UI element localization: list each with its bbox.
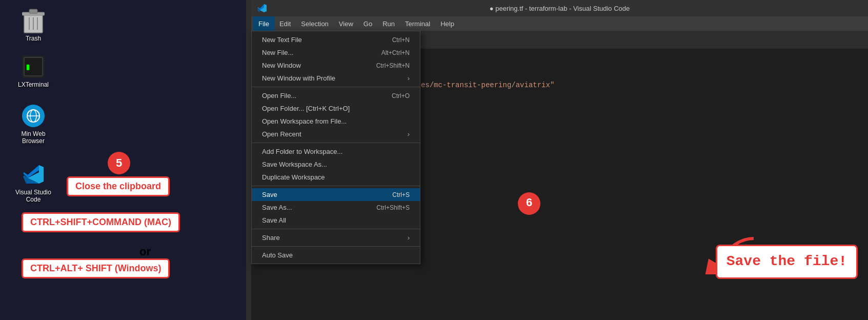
- desktop-icon-trash[interactable]: Trash: [10, 5, 56, 45]
- shortcut-mac-annotation: CTRL+SHIFT+COMMAND (MAC): [22, 212, 180, 232]
- menu-item-go[interactable]: Go: [358, 16, 377, 31]
- menu-row-new-window[interactable]: New Window Ctrl+Shift+N: [252, 59, 420, 72]
- file-dropdown-menu: New Text File Ctrl+N New File... Alt+Ctr…: [251, 31, 420, 264]
- shortcut-win-annotation: CTRL+ALT+ SHIFT (Windows): [22, 258, 170, 278]
- menu-row-save[interactable]: Save Ctrl+S: [252, 188, 420, 201]
- step-5-badge: 5: [108, 152, 130, 174]
- menu-section-new: New Text File Ctrl+N New File... Alt+Ctr…: [252, 31, 420, 87]
- menu-item-help[interactable]: Help: [435, 16, 459, 31]
- desktop-icon-lxterminal[interactable]: ▮ LXTerminal: [10, 51, 56, 91]
- vscode-menubar: File Edit Selection View Go Run Terminal…: [251, 16, 868, 31]
- menu-row-auto-save[interactable]: Auto Save: [252, 249, 420, 262]
- or-text: or: [139, 245, 151, 258]
- menu-item-file[interactable]: File: [253, 16, 274, 31]
- minweb-label: Min Web Browser: [13, 130, 53, 145]
- menu-row-save-workspace-as[interactable]: Save Workspace As...: [252, 158, 420, 171]
- desktop-icon-vscode[interactable]: Visual Studio Code: [10, 159, 56, 206]
- menu-row-new-window-profile[interactable]: New Window with Profile ›: [252, 72, 420, 85]
- menu-row-open-workspace[interactable]: Open Workspace from File...: [252, 115, 420, 128]
- submenu-arrow-share: ›: [408, 234, 410, 242]
- menu-section-autosave: Auto Save: [252, 247, 420, 264]
- menu-section-open: Open File... Ctrl+O Open Folder... [Ctrl…: [252, 87, 420, 143]
- menu-row-save-all[interactable]: Save All: [252, 214, 420, 227]
- menu-row-open-folder[interactable]: Open Folder... [Ctrl+K Ctrl+O]: [252, 102, 420, 115]
- vscode-desktop-icon: [21, 162, 46, 187]
- close-clipboard-annotation: Close the clipboard: [67, 176, 170, 196]
- menu-item-edit[interactable]: Edit: [274, 16, 296, 31]
- menu-item-run[interactable]: Run: [377, 16, 400, 31]
- menu-row-new-text-file[interactable]: New Text File Ctrl+N: [252, 33, 420, 46]
- lxterminal-icon: ▮: [21, 54, 46, 79]
- menu-row-open-file[interactable]: Open File... Ctrl+O: [252, 89, 420, 102]
- desktop-icon-minweb[interactable]: Min Web Browser: [10, 101, 56, 148]
- svg-rect-2: [29, 9, 37, 13]
- menu-section-share: Share ›: [252, 229, 420, 247]
- menu-row-new-file[interactable]: New File... Alt+Ctrl+N: [252, 46, 420, 59]
- trash-icon: [21, 8, 46, 33]
- submenu-arrow-recent: ›: [408, 130, 410, 138]
- save-file-annotation: Save the file!: [716, 245, 858, 279]
- svg-text:▮: ▮: [25, 61, 31, 72]
- menu-row-save-as[interactable]: Save As... Ctrl+Shift+S: [252, 201, 420, 214]
- minweb-icon: [21, 104, 46, 128]
- menu-row-add-folder[interactable]: Add Folder to Workspace...: [252, 145, 420, 158]
- vscode-titlebar: ● peering.tf - terraform-lab - Visual St…: [251, 0, 868, 16]
- submenu-arrow-profile: ›: [408, 74, 410, 82]
- vscode-desktop-label: Visual Studio Code: [13, 189, 53, 203]
- step-6-badge: 6: [518, 192, 540, 215]
- menu-item-selection[interactable]: Selection: [296, 16, 333, 31]
- menu-section-workspace: Add Folder to Workspace... Save Workspac…: [252, 143, 420, 186]
- menu-item-view[interactable]: View: [334, 16, 358, 31]
- menu-row-open-recent[interactable]: Open Recent ›: [252, 128, 420, 141]
- trash-label: Trash: [26, 35, 41, 42]
- menu-row-duplicate-workspace[interactable]: Duplicate Workspace: [252, 171, 420, 184]
- menu-item-terminal[interactable]: Terminal: [400, 16, 435, 31]
- menu-section-save: Save Ctrl+S Save As... Ctrl+Shift+S Save…: [252, 186, 420, 229]
- vscode-title-icon: [257, 4, 267, 13]
- lxterminal-label: LXTerminal: [18, 81, 49, 88]
- vscode-title-text: ● peering.tf - terraform-lab - Visual St…: [490, 5, 630, 12]
- menu-row-share[interactable]: Share ›: [252, 231, 420, 244]
